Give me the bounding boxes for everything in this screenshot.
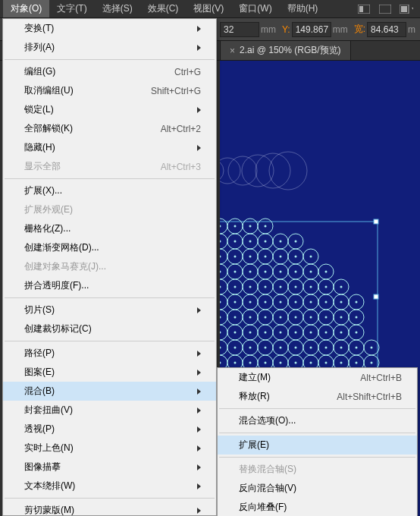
svg-point-153 — [280, 347, 282, 349]
menu-item[interactable]: 封套扭曲(V) — [3, 401, 216, 420]
menu-item[interactable]: 扩展(E) — [218, 436, 417, 455]
svg-point-45 — [280, 256, 282, 258]
svg-point-117 — [310, 316, 312, 319]
menu-item[interactable]: 锁定(L) — [3, 100, 216, 119]
x-value[interactable]: 32 — [220, 22, 259, 37]
svg-point-167 — [220, 362, 221, 364]
menu-item[interactable]: 栅格化(Z)... — [3, 219, 216, 238]
submenu-arrow-icon — [197, 26, 201, 32]
menu-item[interactable]: 隐藏(H) — [3, 138, 216, 157]
menubar: 对象(O) 文字(T) 选择(S) 效果(C) 视图(V) 窗口(W) 帮助(H… — [0, 0, 420, 18]
menu-item[interactable]: 透视(P) — [3, 420, 216, 439]
svg-point-51 — [220, 271, 221, 273]
svg-point-85 — [220, 301, 221, 304]
svg-point-113 — [280, 316, 282, 319]
svg-point-169 — [234, 362, 237, 364]
svg-point-47 — [295, 256, 297, 258]
menu-item[interactable]: 取消编组(U)Shift+Ctrl+G — [3, 81, 216, 100]
menu-item-label: 创建裁切标记(C) — [24, 322, 201, 335]
menu-shortcut: Shift+Ctrl+G — [151, 86, 201, 96]
menu-item-label: 反向堆叠(F) — [239, 501, 402, 514]
close-tab-icon[interactable]: × — [230, 46, 235, 56]
svg-rect-4 — [401, 6, 407, 12]
svg-point-35 — [295, 241, 297, 243]
svg-point-27 — [234, 241, 237, 243]
svg-point-29 — [249, 241, 252, 243]
menu-item-label: 拼合透明度(F)... — [24, 279, 201, 292]
menu-item[interactable]: 混合选项(O)... — [218, 411, 417, 430]
menu-select[interactable]: 选择(S) — [95, 0, 140, 17]
menu-item[interactable]: 全部解锁(K)Alt+Ctrl+2 — [3, 119, 216, 138]
svg-point-10 — [269, 152, 307, 190]
menu-item-label: 反向混合轴(V) — [239, 482, 402, 495]
menu-view[interactable]: 视图(V) — [186, 0, 231, 17]
menu-item-label: 显示全部 — [24, 160, 161, 173]
menu-item[interactable]: 文本绕排(W) — [3, 477, 216, 496]
menu-item: 替换混合轴(S) — [218, 460, 417, 479]
menu-item[interactable]: 图案(E) — [3, 363, 216, 382]
menu-item[interactable]: 建立(M)Alt+Ctrl+B — [218, 368, 417, 387]
svg-point-23 — [265, 225, 267, 228]
menu-item-label: 混合选项(O)... — [239, 414, 402, 427]
svg-rect-1 — [359, 6, 363, 12]
layout-dropdown-icon[interactable] — [400, 3, 413, 15]
menu-type[interactable]: 文字(T) — [49, 0, 94, 17]
menu-item[interactable]: 变换(T) — [3, 19, 216, 38]
y-value[interactable]: 149.867 — [292, 22, 331, 37]
menu-item[interactable]: 排列(A) — [3, 38, 216, 57]
menu-item[interactable]: 图像描摹 — [3, 458, 216, 477]
document-tab[interactable]: × 2.ai @ 150% (RGB/预览) — [220, 40, 351, 60]
submenu-arrow-icon — [197, 483, 201, 489]
menu-item-label: 建立(M) — [239, 371, 360, 384]
menu-item[interactable]: 创建渐变网格(D)... — [3, 238, 216, 257]
w-value[interactable]: 84.643 — [367, 22, 406, 37]
svg-point-121 — [340, 316, 343, 319]
submenu-arrow-icon — [197, 407, 201, 414]
svg-point-115 — [295, 316, 297, 319]
submenu-arrow-icon — [197, 370, 201, 376]
menu-item[interactable]: 拼合透明度(F)... — [3, 276, 216, 295]
svg-point-183 — [340, 362, 343, 364]
menu-item[interactable]: 编组(G)Ctrl+G — [3, 62, 216, 81]
menu-item-label: 切片(S) — [24, 304, 191, 316]
menu-separator — [5, 178, 215, 179]
menu-item[interactable]: 创建裁切标记(C) — [3, 319, 216, 338]
svg-point-141 — [340, 332, 343, 334]
menu-item[interactable]: 反向堆叠(F) — [218, 498, 417, 516]
w-label: 宽: — [353, 23, 367, 36]
menu-item[interactable]: 实时上色(N) — [3, 439, 216, 458]
svg-point-165 — [371, 347, 373, 349]
menu-object[interactable]: 对象(O) — [3, 0, 49, 17]
menu-effect[interactable]: 效果(C) — [140, 0, 186, 17]
submenu-arrow-icon — [197, 389, 201, 395]
layout-icon-1[interactable] — [357, 3, 371, 15]
menu-item-label: 创建对象马赛克(J)... — [24, 260, 201, 273]
svg-point-49 — [310, 256, 312, 258]
menu-item[interactable]: 切片(S) — [3, 300, 216, 319]
menu-item[interactable]: 反向混合轴(V) — [218, 479, 417, 498]
menu-separator — [5, 297, 215, 298]
menu-help[interactable]: 帮助(H) — [280, 0, 326, 17]
tab-title: 2.ai @ 150% (RGB/预览) — [240, 44, 341, 57]
menu-item-label: 扩展(E) — [239, 439, 402, 452]
menu-item[interactable]: 混合(B) — [3, 382, 216, 401]
svg-point-143 — [356, 332, 358, 334]
menu-item-label: 释放(R) — [239, 390, 337, 403]
svg-point-125 — [220, 332, 221, 334]
menu-item-label: 透视(P) — [24, 423, 191, 436]
layout-icon-2[interactable] — [378, 3, 392, 15]
menu-item[interactable]: 路径(P) — [3, 344, 216, 363]
menu-item-label: 扩展(X)... — [24, 184, 201, 197]
menu-item[interactable]: 释放(R)Alt+Shift+Ctrl+B — [218, 387, 417, 406]
svg-point-119 — [325, 316, 328, 319]
menu-item[interactable]: 扩展(X)... — [3, 181, 216, 200]
menu-item-label: 文本绕排(W) — [24, 480, 191, 492]
menu-window[interactable]: 窗口(W) — [231, 0, 279, 17]
menu-item[interactable]: 剪切蒙版(M) — [3, 501, 216, 516]
svg-point-147 — [234, 347, 237, 349]
svg-point-81 — [325, 286, 328, 288]
menu-item: 扩展外观(E) — [3, 200, 216, 219]
svg-point-155 — [295, 347, 297, 349]
svg-point-41 — [249, 256, 252, 258]
svg-point-39 — [234, 256, 237, 258]
